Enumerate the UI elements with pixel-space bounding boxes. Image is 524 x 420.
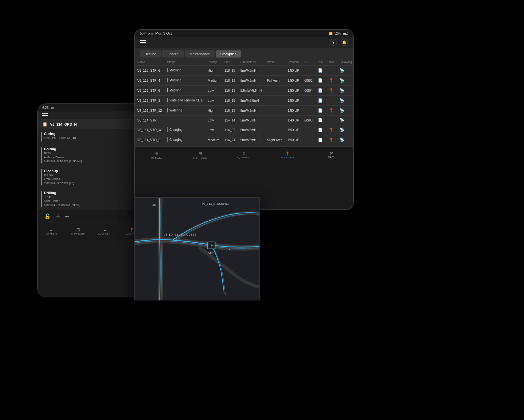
cell-following[interactable]: 📡 <box>337 106 353 116</box>
nav-locations-front[interactable]: 📍 LOCATIONS <box>266 147 309 163</box>
table-row[interactable]: V6_114_VTD_E Charging Medium 114_21 5mWx… <box>135 135 353 145</box>
map-pin-icon[interactable]: 📍 <box>329 108 334 113</box>
menu-icon[interactable] <box>42 113 48 117</box>
maps-icon: 🗺 <box>330 152 333 155</box>
cell-following[interactable]: 📡 <box>337 66 353 76</box>
cell-name: V6_116_STP_6 <box>135 86 164 96</box>
cell-map[interactable]: 📍 <box>326 125 337 135</box>
pdf-icon[interactable]: 📄 <box>318 128 323 132</box>
svg-text:+: + <box>210 243 213 248</box>
cell-pdf[interactable]: 📄 <box>315 76 326 86</box>
pdf-icon[interactable]: 📄 <box>318 118 323 122</box>
menu-icon[interactable] <box>140 40 146 44</box>
nav-equipment[interactable]: ⚙ EQUIPMENT <box>91 223 118 239</box>
pdf-icon[interactable]: 📄 <box>318 108 323 113</box>
tab-general[interactable]: General <box>162 50 184 58</box>
front-tablet-bottom-nav: ≡ MY TASKS ⊞ SHIFT TASKS ⚙ EQUIPMENT 📍 L… <box>135 146 353 163</box>
task-clipboard-icon: 📋 <box>42 122 47 127</box>
nav-shift-tasks[interactable]: ⊞ SHIFT TASKS <box>65 223 91 239</box>
cell-following[interactable]: 📡 <box>337 135 353 145</box>
follow-icon[interactable]: 📡 <box>340 108 344 113</box>
cell-dimensions: 5mWx5mH <box>238 125 264 135</box>
bell-icon[interactable]: 🔔 <box>341 39 348 46</box>
tab-decline[interactable]: Decline <box>140 50 161 58</box>
follow-icon[interactable]: 📡 <box>340 78 344 83</box>
lock-icon[interactable]: 🔓 <box>44 213 51 219</box>
task-accent <box>41 191 42 207</box>
locations-icon: 📍 <box>285 152 290 156</box>
battery-percent: 52% <box>334 32 341 35</box>
follow-icon[interactable]: 📡 <box>340 118 344 122</box>
cell-following[interactable]: 📡 <box>337 76 353 86</box>
cell-following[interactable]: 📡 <box>337 86 353 96</box>
pdf-icon[interactable]: 📄 <box>318 68 323 73</box>
table-row[interactable]: V6_116_STP_6 Mucking Low 116_13 5.5mWx5.… <box>135 86 353 96</box>
cell-map[interactable]: 📍 <box>326 106 337 116</box>
move-icon[interactable]: ✛ <box>56 213 60 219</box>
follow-icon[interactable]: 📡 <box>340 128 344 132</box>
front-tablet-top-bar: ? 🔔 <box>135 37 353 48</box>
svg-text:V6_114_LEVEL ACCESS: V6_114_LEVEL ACCESS <box>163 233 196 236</box>
cell-pdf[interactable]: 📄 <box>315 106 326 116</box>
follow-icon[interactable]: 📡 <box>340 138 344 142</box>
tab-maintenance[interactable]: Maintenance <box>185 50 215 58</box>
cell-plan: 118_19 <box>222 76 238 86</box>
follow-icon[interactable]: 📡 <box>340 98 344 103</box>
cell-gradient: 1:50 UP <box>285 86 302 96</box>
col-following: Following <box>337 59 353 66</box>
cell-pdf[interactable]: 📄 <box>315 86 326 96</box>
cell-following[interactable]: 📡 <box>337 116 353 125</box>
follow-icon[interactable]: 📡 <box>340 88 344 93</box>
help-icon[interactable]: ? <box>330 39 337 46</box>
cell-pdf[interactable]: 📄 <box>315 125 326 135</box>
equipment-icon: ⚙ <box>242 152 246 156</box>
table-row[interactable]: V6_118_STP_4 Mucking Medium 118_19 5mWx5… <box>135 76 353 86</box>
svg-text:JB: JB <box>152 203 156 206</box>
tab-stockpiles[interactable]: Stockpiles <box>216 50 241 58</box>
data-table-wrap: Name Status Priority Plan Dimensions Pro… <box>135 59 353 146</box>
cell-priority: High <box>205 66 222 76</box>
map-pin-icon[interactable]: 📍 <box>329 138 334 142</box>
nav-my-tasks-front[interactable]: ≡ MY TASKS <box>135 147 178 163</box>
table-row[interactable]: V6_114_VTR Low 114_14 5mWx5mH 1:40 UP GS… <box>135 116 353 125</box>
cell-gradient: 1:50 UP <box>285 135 302 145</box>
cell-map[interactable]: 📍 <box>326 135 337 145</box>
cell-pdf[interactable]: 📄 <box>315 66 326 76</box>
table-row[interactable]: V6_116_STP_3 Plate and Tension CB's Low … <box>135 96 353 106</box>
routing-icon[interactable]: ⇌ <box>65 214 69 219</box>
pdf-icon[interactable]: 📄 <box>318 78 323 83</box>
cell-pdf[interactable]: 📄 <box>315 116 326 125</box>
follow-icon[interactable]: 📡 <box>340 68 344 73</box>
map-section: + JB V6_114_STOCKPILE V6_114_LEVEL ACCES… <box>134 197 260 300</box>
svg-text:AC: AC <box>229 248 233 251</box>
pdf-icon[interactable]: 📄 <box>318 88 323 93</box>
cell-pdf[interactable]: 📄 <box>315 96 326 106</box>
cell-pdf[interactable]: 📄 <box>315 135 326 145</box>
table-row[interactable]: V6_114_VTD_W Charging Low 114_02 5mWx5mH… <box>135 125 353 135</box>
cell-following[interactable]: 📡 <box>337 96 353 106</box>
pdf-icon[interactable]: 📄 <box>318 98 323 103</box>
cell-following[interactable]: 📡 <box>337 125 353 135</box>
cell-profile <box>264 66 285 76</box>
cell-plan: 116_15 <box>222 96 238 106</box>
nav-shift-tasks-front[interactable]: ⊞ SHIFT TASKS <box>178 147 222 163</box>
nav-my-tasks[interactable]: ≡ MY TASKS <box>38 223 65 239</box>
cell-map[interactable]: 📍 <box>326 76 337 86</box>
cell-name: V6_116_STP_3 <box>135 96 164 106</box>
table-row[interactable]: V6_116_STP_12 Watering High 116_18 5mWx5… <box>135 106 353 116</box>
map-pin-icon[interactable]: 📍 <box>329 88 334 93</box>
shift-tasks-icon: ⊞ <box>76 227 80 232</box>
cell-gs <box>302 125 315 135</box>
map-pin-icon[interactable]: 📍 <box>329 128 334 132</box>
table-row[interactable]: V6_118_STP_6 Mucking High 118_16 5mWx5mH… <box>135 66 353 76</box>
map-svg: + JB V6_114_STOCKPILE V6_114_LEVEL ACCES… <box>135 198 259 300</box>
cell-map[interactable]: 📍 <box>326 86 337 96</box>
map-pin-icon[interactable]: 📍 <box>329 78 334 83</box>
pdf-icon[interactable]: 📄 <box>318 138 323 142</box>
nav-equipment-front[interactable]: ⚙ EQUIPMENT <box>222 147 266 163</box>
task-location-label: V6_114_ORD_N <box>50 122 77 126</box>
cell-gradient: 1:50 UP <box>285 76 302 86</box>
cell-name: V6_114_VTD_W <box>135 125 164 135</box>
cell-plan: 116_13 <box>222 86 238 96</box>
nav-maps-front[interactable]: 🗺 MAPS <box>309 147 353 163</box>
